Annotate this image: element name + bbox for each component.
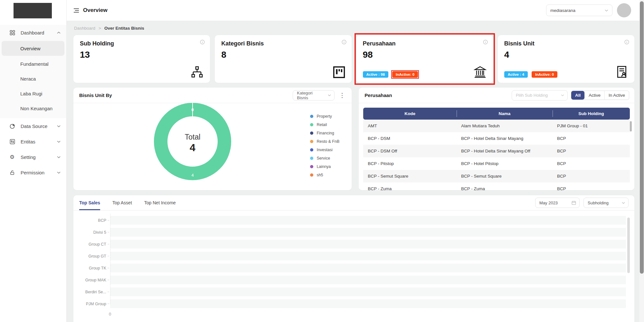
legend-item[interactable]: Financing [310,131,339,135]
axis-category-label: Group GT [81,254,108,259]
topbar: Overview mediasarana [67,0,644,21]
sidebar-item-overview[interactable]: Overview [2,41,64,56]
donut-chart[interactable]: 0 4 Total 4 [152,101,233,182]
chevron-down-icon [57,141,61,143]
info-icon[interactable] [342,40,346,44]
legend-dot [310,140,313,143]
inactive-badge-label: InActive: 0 [396,73,414,76]
chevron-down-icon [57,171,61,174]
cell-kode: BCP - Semut Square [363,170,457,182]
donut-legend: Property Retail Financing Resto & FnB In… [310,114,339,177]
sidebar-item-dashboard[interactable]: Dashboard [0,25,66,40]
select-value: Kategori Bisnis [297,91,325,100]
table-row[interactable]: BCP - Pitstop BCP - Hotel Pitstop BCP [363,157,630,170]
sidebar-item-fundamental[interactable]: Fundamental [0,56,66,71]
table-row[interactable]: BCP - DSM Off BCP - Hotel Delta Sinar Ma… [363,145,630,157]
info-icon[interactable] [624,40,629,44]
chevron-down-icon [57,156,61,158]
cell-nama: BCP - Hotel Delta Sinar Mayang Off [457,145,553,157]
sidebar-item-data-source[interactable]: Data Source [0,118,66,134]
axis-category-label: PJM Group [81,302,108,306]
cell-kode: BCP - DSM [363,132,457,145]
donut-bottom-label: 4 [191,173,194,178]
tab-top-sales[interactable]: Top Sales [79,195,100,210]
table-row[interactable]: AMT Alam Mutiara Teduh PJM Group - 01 [363,120,630,132]
page-scrollbar[interactable] [639,0,644,322]
sidebar-item-label: Neraca [20,76,36,82]
top-sales-bar-chart[interactable]: BCP Divisi 5 Group CT Group GT Group TK … [73,210,634,317]
sidebar-item-label: Entitas [21,139,57,144]
axis-category-label: Group TK [81,266,108,270]
pilih-sub-holding-select[interactable]: Pilih Sub Holding [512,90,568,101]
filter-all-button[interactable]: All [571,91,584,100]
cell-nama: BCP - Semut Square [457,170,553,182]
chevron-down-icon [605,9,608,12]
cell-sub-holding: BCP [553,182,630,195]
stat-card-kategori-bisnis[interactable]: Kategori Bisnis 8 [215,35,351,83]
legend-item[interactable]: Retail [310,122,339,127]
cell-kode: BCP - DSM Off [363,145,457,157]
column-header-nama[interactable]: Nama [457,108,553,120]
stat-card-perusahaan[interactable]: Perusahaan 98 Active : 98 InActive: 0 [356,35,493,83]
legend-item[interactable]: Property [310,114,339,119]
legend-label: Property [317,114,332,119]
page-scrollbar-thumb[interactable] [640,1,644,274]
tab-top-net-income[interactable]: Top Net Income [144,195,176,210]
info-icon[interactable] [483,40,488,44]
bar-track [110,216,626,225]
stat-card-bisnis-unit[interactable]: Bisnis Unit 4 Active : 4 InActive: 0 [498,35,634,83]
avatar[interactable] [617,3,631,17]
sidebar-item-setting[interactable]: ⚙ Setting [0,149,66,165]
sidebar-item-neraca[interactable]: Neraca [0,71,66,86]
card-title: Bisnis Unit By [79,93,112,98]
tab-top-asset[interactable]: Top Asset [112,195,132,210]
legend-dot [310,165,313,168]
legend-item[interactable]: sh5 [310,173,339,177]
sidebar-item-laba-rugi[interactable]: Laba Rugi [0,86,66,101]
stat-title: Kategori Bisnis [221,40,345,47]
column-header-sub-holding[interactable]: Sub Holding [553,108,630,120]
bar-track [110,299,626,308]
cell-kode: BCP - Zuma [363,182,457,195]
column-header-kode[interactable]: Kode [363,108,457,120]
cell-kode: BCP - Pitstop [363,157,457,170]
bar-track [110,240,626,249]
workspace-select[interactable]: mediasarana [546,5,612,16]
cell-nama: BCP - Hotel Pitstop [457,157,553,170]
axis-category-label: Divisi 5 [81,230,108,235]
table-row[interactable]: BCP - Zuma BCP - Zuma BCP [363,182,630,195]
period-value: May 2023 [539,200,568,205]
cell-sub-holding: BCP [553,170,630,182]
legend-item[interactable]: Lainnya [310,164,339,169]
table-row[interactable]: BCP - DSM BCP - Hotel Delta Sinar Mayang… [363,132,630,145]
axis-tick [108,292,109,292]
sidebar-item-permission[interactable]: Permission [0,165,66,180]
period-date-picker[interactable]: May 2023 [535,198,580,208]
kebab-menu-icon[interactable]: ⋮ [338,92,346,99]
filter-active-button[interactable]: Active [584,91,604,100]
select-value: Subholding [588,200,619,205]
table-header-row: Kode Nama Sub Holding [363,108,630,120]
stat-value: 13 [80,50,204,60]
filter-inactive-button[interactable]: In Active [604,91,629,100]
sidebar-item-non-keuangan[interactable]: Non Keuangan [0,101,66,116]
subholding-select[interactable]: Subholding [583,198,629,208]
legend-item[interactable]: Service [310,156,339,161]
sliders-box-icon [10,139,16,144]
table-scrollbar[interactable] [630,121,632,132]
legend-item[interactable]: Resto & FnB [310,139,339,144]
legend-item[interactable]: Investasi [310,148,339,152]
menu-fold-icon[interactable] [74,8,79,13]
breadcrumb-parent[interactable]: Dashboard [74,26,95,31]
info-icon[interactable] [200,40,205,44]
chart-scrollbar[interactable] [627,218,630,273]
axis-tick [108,280,109,280]
sidebar-item-entitas[interactable]: Entitas [0,134,66,149]
axis-tick [108,256,109,256]
sidebar-item-label: Fundamental [20,61,49,67]
stat-card-sub-holding[interactable]: Sub Holding 13 [73,35,210,83]
cell-sub-holding: BCP [553,145,630,157]
perusahaan-table: Kode Nama Sub Holding AMT Alam Mutiara T… [363,108,630,195]
table-row[interactable]: BCP - Semut Square BCP - Semut Square BC… [363,170,630,182]
kategori-bisnis-select[interactable]: Kategori Bisnis [293,90,335,101]
